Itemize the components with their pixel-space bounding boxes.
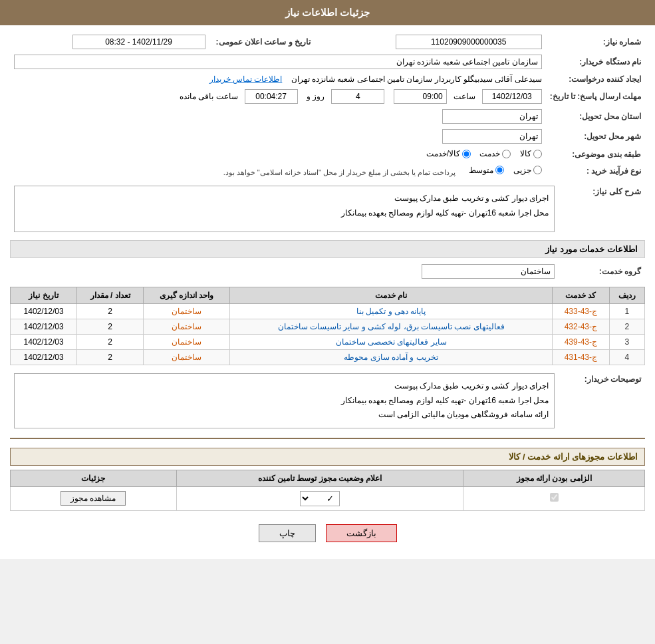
col-unit: واحد اندازه گیری [144,287,230,304]
col-radif: ردیف [609,287,644,304]
col-date: تاریخ نیاز [11,287,77,304]
shomare-niaz-value: 11020909000000035 [328,32,546,52]
tosiyat-value: اجرای دیوار کشی و تخریب طبق مدارک پیوست … [10,371,559,431]
shahr-label: شهر محل تحویل: [546,126,645,146]
tosiyat-line2: محل اجرا شعبه 16تهران -تهیه کلیه لوازم و… [20,394,549,408]
permit-table: الزامی بودن ارائه مجوز اعلام وضعیت مجوز … [10,470,645,511]
cell-count: 2 [77,304,144,319]
sharh-label: شرح کلی نیاز: [559,183,645,235]
tosiyat-line3: ارائه سامانه فروشگاهی مودیان مالیاتی الز… [20,408,549,422]
services-table: ردیف کد خدمت نام خدمت واحد اندازه گیری ت… [10,287,645,365]
shomare-niaz-label: شماره نیاز: [546,32,645,52]
group-khedmat-table: گروه خدمت: ساختمان [10,261,645,281]
col-code: کد خدمت [553,287,609,304]
date-input: 1402/12/03 [482,89,542,104]
permit-row: ✓ مشاهده مجوز [11,486,645,510]
table-row: 3 ج-43-439 سایر فعالیتهای تخصصی ساختمان … [11,335,645,350]
ijad-konande-label: ایجاد کننده درخواست: [546,72,645,86]
sharh-line1: اجرای دیوار کشی و تخریب طبق مدارک پیوست [20,192,549,206]
ijad-konande-value: سیدعلی آقائی سیدبیگلو کاربردار سازمان تا… [10,72,546,86]
cell-code: ج-43-433 [553,304,609,319]
cell-date: 1402/12/03 [11,335,77,350]
shahr-input: تهران [442,129,542,144]
radio-kala-khedmat[interactable] [462,150,471,158]
permit-col-details: جزئیات [11,470,177,486]
tabaqe-radios: کالا خدمت کالا/خدمت [10,146,546,163]
tosiyat-line1: اجرای دیوار کشی و تخریب طبق مدارک پیوست [20,379,549,394]
col-count: تعداد / مقدار [77,287,144,304]
tarikh-input: 1402/11/29 - 08:32 [72,35,205,49]
print-button[interactable]: چاپ [259,524,316,542]
page-wrapper: جزئیات اطلاعات نیاز شماره نیاز: 11020909… [0,0,655,559]
radio-jozi-label: جزیی [513,166,531,175]
group-khedmat-input: ساختمان [422,264,555,279]
cell-unit: ساختمان [144,335,230,350]
rooz-label: روز و [307,92,325,101]
permit-details-cell: مشاهده مجوز [11,486,177,510]
cell-name: تخریب و آماده سازی محوطه [229,350,552,365]
permit-col-status: اعلام وضعیت مجوز توسط تامین کننده [176,470,463,486]
cell-code: ج-43-431 [553,350,609,365]
ostan-label: استان محل تحویل: [546,106,645,126]
back-button[interactable]: بازگشت [326,524,397,542]
tabaqe-label: طبقه بندی موضوعی: [546,146,645,163]
tosiyat-box: اجرای دیوار کشی و تخریب طبق مدارک پیوست … [14,373,555,428]
sharh-table: شرح کلی نیاز: اجرای دیوار کشی و تخریب طب… [10,183,645,235]
cell-unit: ساختمان [144,304,230,319]
info-table: شماره نیاز: 11020909000000035 تاریخ و سا… [10,32,645,179]
tosiyat-table: توصیحات خریدار: اجرای دیوار کشی و تخریب … [10,371,645,431]
mohlat-ersal-label: مهلت ارسال پاسخ: تا تاریخ: [546,86,645,106]
tarikh-value: 1402/11/29 - 08:32 [10,32,209,52]
radio-kala[interactable] [533,150,542,158]
cell-unit: ساختمان [144,319,230,335]
pardakht-text: پرداخت تمام یا بخشی از مبلغ خریدار از مح… [223,168,456,176]
cell-count: 2 [77,335,144,350]
cell-name: سایر فعالیتهای تخصصی ساختمان [229,335,552,350]
khadamat-section-title: اطلاعات خدمات مورد نیاز [10,240,645,258]
group-khedmat-label: گروه خدمت: [559,261,645,281]
radio-kala-label: کالا [520,149,531,158]
permit-status-cell: ✓ [176,486,463,510]
table-row: 2 ج-43-432 فعالیتهای نصب تاسیسات برق، لو… [11,319,645,335]
nam-dastgah-input: سازمان تامین اجتماعی شعبه شانزده تهران [14,55,542,69]
main-content: شماره نیاز: 11020909000000035 تاریخ و سا… [0,25,655,559]
cell-date: 1402/12/03 [11,350,77,365]
mojawaz-divider: اطلاعات مجوزهای ارائه خدمت / کالا [10,438,645,466]
action-buttons: بازگشت چاپ [10,524,645,542]
radio-motoset[interactable] [495,166,504,174]
cell-unit: ساختمان [144,350,230,365]
radio-motoset-label: متوسط [469,166,493,175]
nam-dastgah-label: نام دستگاه خریدار: [546,52,645,72]
cell-name: فعالیتهای نصب تاسیسات برق، لوله کشی و سا… [229,319,552,335]
cell-num: 1 [609,304,644,319]
ijad-konande-text: سیدعلی آقائی سیدبیگلو کاربردار سازمان تا… [291,75,542,84]
cell-num: 2 [609,319,644,335]
shomare-niaz-input: 11020909000000035 [396,35,542,49]
cell-date: 1402/12/03 [11,304,77,319]
permit-col-required: الزامی بودن ارائه مجوز [463,470,645,486]
tosiyat-label: توصیحات خریدار: [559,371,645,431]
permit-status-select[interactable]: ✓ [300,491,340,506]
mohlat-ersal-row: 1402/12/03 ساعت 09:00 4 روز و 00:04:27 س… [10,86,546,106]
sharh-value: اجرای دیوار کشی و تخریب طبق مدارک پیوست … [10,183,559,235]
cell-date: 1402/12/03 [11,319,77,335]
cell-name: پایانه دهی و تکمیل بنا [229,304,552,319]
view-permit-button[interactable]: مشاهده مجوز [61,491,126,506]
shahr-value: تهران [10,126,546,146]
baghimande-label: ساعت باقی مانده [180,92,238,101]
cell-code: ج-43-432 [553,319,609,335]
radio-khedmat[interactable] [502,150,511,158]
radio-kala-khedmat-label: کالا/خدمت [426,149,460,158]
table-row: 1 ج-43-433 پایانه دهی و تکمیل بنا ساختما… [11,304,645,319]
ettelaat-tamas-link[interactable]: اطلاعات تماس خریدار [209,75,283,84]
mojawaz-section-title: اطلاعات مجوزهای ارائه خدمت / کالا [10,448,645,466]
saat-input: 09:00 [394,89,447,104]
col-name: نام خدمت [229,287,552,304]
sharh-box: اجرای دیوار کشی و تخریب طبق مدارک پیوست … [14,186,555,232]
radio-jozi[interactable] [533,166,542,174]
page-title: جزئیات اطلاعات نیاز [285,7,370,18]
saat-label: ساعت [454,92,475,101]
cell-count: 2 [77,319,144,335]
cell-num: 3 [609,335,644,350]
tarikh-label: تاریخ و ساعت اعلان عمومی: [209,32,315,52]
